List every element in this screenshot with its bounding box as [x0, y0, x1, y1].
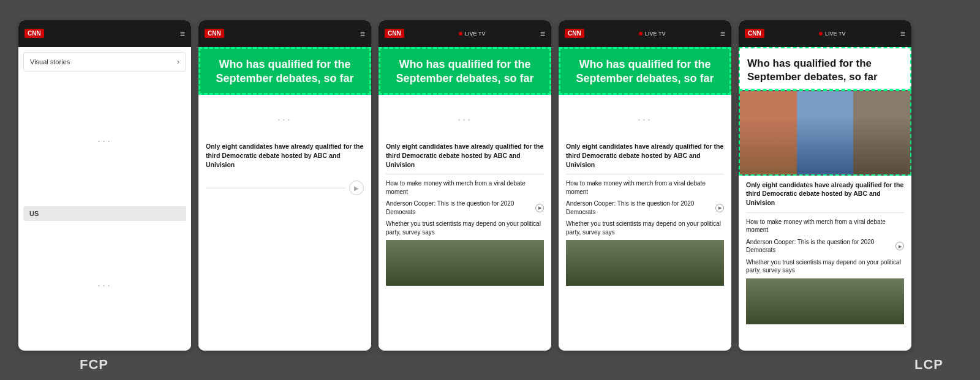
article-header-green-2: Who has qualified for the September deba…	[198, 47, 371, 95]
article-title-3: Who has qualified for the September deba…	[388, 58, 542, 86]
visual-stories-bar[interactable]: Visual stories ›	[23, 52, 186, 72]
phone-header-3: CNN LIVE TV ≡	[379, 20, 551, 47]
hamburger-icon-3: ≡	[540, 29, 545, 39]
play-icon-3: ▶	[535, 204, 544, 212]
phone-frame-5: CNN LIVE TV ≡ Who has qualified for the …	[739, 20, 911, 351]
phone-content-5: Who has qualified for the September deba…	[739, 47, 911, 351]
live-dot-5	[819, 32, 823, 35]
cnn-logo-1: CNN	[24, 29, 44, 38]
phone-content-2: Who has qualified for the September deba…	[198, 47, 371, 351]
screenshots-row: CNN ≡ Visual stories › ··· US ··· CNN ≡ …	[0, 8, 980, 357]
sub-article-1-3: How to make money with merch from a vira…	[386, 179, 544, 196]
phone-content-1: Visual stories › ··· US ···	[18, 47, 191, 351]
article-header-green-4: Who has qualified for the September deba…	[559, 47, 731, 95]
hamburger-icon-5: ≡	[900, 29, 905, 39]
hamburger-icon-1: ≡	[180, 29, 185, 39]
person-booker	[853, 91, 910, 174]
sub-article-1-4: How to make money with merch from a vira…	[566, 179, 724, 196]
article-placeholder-4: ···	[566, 101, 724, 138]
hamburger-icon-2: ≡	[360, 29, 365, 39]
article-title-4: Who has qualified for the September deba…	[568, 58, 722, 86]
article-body-5: Only eight candidates have already quali…	[739, 176, 911, 351]
phone-header-5: CNN LIVE TV ≡	[739, 20, 911, 47]
chevron-icon: ›	[177, 58, 179, 66]
play-icon-4: ▶	[715, 204, 724, 212]
phone-header-4: CNN LIVE TV ≡	[559, 20, 731, 47]
sub-article-2-3: Anderson Cooper: This is the question fo…	[386, 199, 544, 216]
article-placeholder-3: ···	[386, 101, 544, 138]
article-image-3	[386, 240, 544, 286]
lcp-label: LCP	[914, 357, 943, 373]
cnn-logo-2: CNN	[205, 29, 224, 38]
us-section-label: US	[23, 206, 186, 221]
cnn-logo-5: CNN	[745, 29, 764, 38]
article-image-4	[566, 240, 724, 286]
placeholder-dots-2: ···	[18, 221, 191, 351]
article-title-2: Who has qualified for the September deba…	[208, 58, 362, 86]
fcp-label: FCP	[80, 357, 108, 373]
article-image-5	[746, 278, 904, 324]
live-dot-4	[639, 32, 643, 35]
debate-img-inner	[740, 91, 910, 174]
debate-image	[739, 90, 911, 176]
main-article-text-5: Only eight candidates have already quali…	[746, 181, 904, 207]
main-article-text-3: Only eight candidates have already quali…	[386, 142, 544, 169]
sub-article-3-4: Whether you trust scientists may depend …	[566, 220, 724, 236]
article-body-3: ··· Only eight candidates have already q…	[379, 95, 551, 350]
live-dot-3	[459, 32, 462, 35]
phone-frame-1: CNN ≡ Visual stories › ··· US ···	[18, 20, 191, 351]
phone-frame-3: CNN LIVE TV ≡ Who has qualified for the …	[379, 20, 551, 351]
phone-frame-4: CNN LIVE TV ≡ Who has qualified for the …	[559, 20, 731, 351]
article-header-lcp: Who has qualified for the September deba…	[739, 47, 911, 90]
article-body-2: ··· Only eight candidates have already q…	[198, 95, 371, 350]
live-tv-3: LIVE TV	[459, 31, 485, 37]
vid-placeholder-2: ▶	[206, 173, 364, 203]
article-title-5: Who has qualified for the September deba…	[747, 57, 903, 84]
article-body-4: ··· Only eight candidates have already q…	[559, 95, 731, 350]
phone-frame-2: CNN ≡ Who has qualified for the Septembe…	[198, 20, 371, 351]
play-icon-5: ▶	[895, 242, 904, 250]
article-header-green-3: Who has qualified for the September deba…	[379, 47, 551, 95]
placeholder-dots-1: ···	[18, 76, 191, 206]
cnn-logo-3: CNN	[385, 29, 404, 38]
article-placeholder-2: ···	[206, 101, 364, 138]
sub-article-2-4: Anderson Cooper: This is the question fo…	[566, 199, 724, 216]
person-biden	[797, 91, 854, 174]
live-tv-5: LIVE TV	[819, 31, 845, 37]
person-kamala	[740, 91, 797, 174]
phone-content-3: Who has qualified for the September deba…	[379, 47, 551, 351]
cnn-logo-4: CNN	[565, 29, 584, 38]
live-tv-4: LIVE TV	[639, 31, 665, 37]
sub-article-3-5: Whether you trust scientists may depend …	[746, 258, 904, 275]
sub-article-1-5: How to make money with merch from a vira…	[746, 218, 904, 234]
main-article-text-4: Only eight candidates have already quali…	[566, 142, 724, 169]
phone-content-4: Who has qualified for the September deba…	[559, 47, 731, 351]
sub-article-2-5: Anderson Cooper: This is the question fo…	[746, 238, 904, 255]
hamburger-icon-4: ≡	[720, 29, 725, 39]
labels-row: FCP LCP	[0, 357, 980, 373]
main-article-text-2: Only eight candidates have already quali…	[206, 142, 364, 169]
phone-header-1: CNN ≡	[18, 20, 191, 47]
phone-header-2: CNN ≡	[198, 20, 371, 47]
visual-stories-label: Visual stories	[30, 58, 70, 65]
sub-article-3-3: Whether you trust scientists may depend …	[386, 220, 544, 236]
